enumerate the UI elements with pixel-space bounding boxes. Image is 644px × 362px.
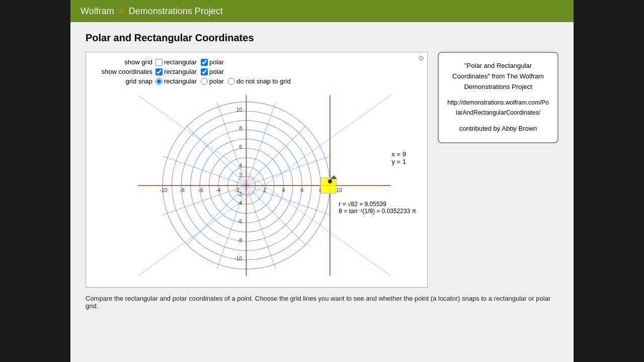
show-coords-polar-label: polar — [209, 68, 224, 75]
svg-text:10: 10 — [236, 107, 243, 113]
svg-text:10: 10 — [337, 188, 343, 193]
show-grid-row: show grid rectangular polar — [92, 58, 421, 66]
show-grid-polar-option[interactable]: polar — [201, 58, 224, 66]
svg-text:-6: -6 — [199, 188, 203, 193]
show-grid-polar-label: polar — [209, 58, 224, 66]
svg-text:-8: -8 — [180, 188, 185, 193]
grid-snap-polar-label: polar — [209, 77, 224, 85]
svg-text:-2: -2 — [237, 192, 242, 197]
grid-snap-polar-radio[interactable] — [201, 78, 208, 85]
grid-snap-polar-option[interactable]: polar — [201, 77, 224, 85]
svg-text:-4: -4 — [237, 201, 242, 206]
controls-section: show grid rectangular polar — [92, 58, 421, 85]
wolfram-star-icon: ✳ — [117, 5, 126, 17]
grid-snap-none-option[interactable]: do not snap to grid — [228, 77, 291, 85]
grid-snap-rect-option[interactable]: rectangular — [155, 77, 197, 85]
grid-snap-row: grid snap rectangular polar — [92, 77, 421, 85]
svg-text:6: 6 — [301, 188, 304, 193]
show-grid-label: show grid — [92, 58, 152, 66]
svg-text:-10: -10 — [160, 188, 168, 193]
grid-snap-rect-radio[interactable] — [155, 78, 163, 85]
grid-snap-rect-label: rectangular — [164, 77, 197, 85]
svg-text:-4: -4 — [216, 188, 220, 193]
grid-snap-none-radio[interactable] — [228, 78, 235, 85]
svg-text:6: 6 — [239, 144, 243, 150]
x-coord: x = 9 — [391, 150, 406, 158]
svg-text:-8: -8 — [237, 238, 242, 243]
svg-point-52 — [328, 179, 332, 184]
side-panel-contributor: contributed by Abby Brown — [447, 124, 549, 134]
grid-snap-label: grid snap — [92, 77, 152, 85]
show-coordinates-row: show coordinates rectangular polar — [92, 68, 421, 75]
show-grid-rect-checkbox[interactable] — [155, 59, 163, 66]
svg-text:-10: -10 — [234, 256, 242, 261]
coordinates-display: x = 9 y = 1 — [391, 150, 406, 165]
show-coordinates-label: show coordinates — [92, 68, 152, 75]
show-grid-rect-option[interactable]: rectangular — [155, 58, 197, 66]
page-title: Polar and Rectangular Coordinates — [86, 32, 558, 44]
svg-text:4: 4 — [239, 163, 243, 168]
show-coords-polar-option[interactable]: polar — [201, 68, 224, 75]
show-coords-rect-checkbox[interactable] — [155, 68, 163, 75]
svg-text:4: 4 — [282, 188, 285, 193]
show-coords-rect-option[interactable]: rectangular — [155, 68, 197, 75]
show-grid-polar-checkbox[interactable] — [201, 59, 208, 66]
wolfram-label: Wolfram — [80, 6, 114, 17]
description-text: Compare the rectangular and polar coordi… — [86, 295, 558, 310]
show-grid-rect-label: rectangular — [164, 58, 197, 66]
show-coords-polar-checkbox[interactable] — [201, 68, 208, 75]
demo-panel: ⚙ show grid rectangular — [86, 52, 428, 288]
side-panel: "Polar and Rectangular Coordinates" from… — [438, 52, 558, 143]
plot-container[interactable]: -10 -8 -6 -4 -2 2 4 6 8 10 10 8 — [92, 90, 421, 281]
svg-text:2: 2 — [264, 188, 267, 193]
grid-snap-none-label: do not snap to grid — [236, 77, 291, 85]
y-coord: y = 1 — [391, 158, 406, 165]
side-panel-quote: "Polar and Rectangular Coordinates" from… — [447, 61, 549, 92]
show-coords-rect-label: rectangular — [164, 68, 197, 75]
side-panel-url[interactable]: http://demonstrations.wolfram.com/PolarA… — [447, 98, 549, 117]
svg-text:2: 2 — [239, 172, 243, 178]
svg-text:8: 8 — [239, 126, 243, 131]
r-coord: r = √82 = 9.05539 — [339, 201, 416, 208]
app-header: Wolfram ✳ Demonstrations Project — [70, 0, 574, 22]
svg-text:-6: -6 — [237, 219, 242, 224]
polar-display: r = √82 = 9.05539 θ = tan⁻¹(1/9) = 0.035… — [339, 201, 416, 215]
plot-svg[interactable]: -10 -8 -6 -4 -2 2 4 6 8 10 10 8 — [92, 90, 421, 281]
gear-icon[interactable]: ⚙ — [418, 54, 425, 61]
demonstrations-label: Demonstrations Project — [129, 6, 223, 17]
theta-coord: θ = tan⁻¹(1/9) = 0.0352233 π — [339, 208, 416, 215]
